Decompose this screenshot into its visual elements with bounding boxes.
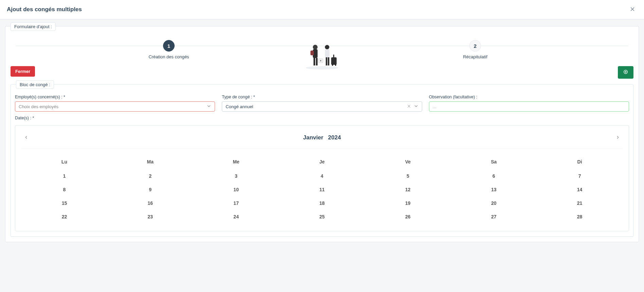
plus-circle-icon	[623, 70, 628, 75]
calendar-day[interactable]: 16	[107, 196, 193, 210]
svg-point-2	[306, 66, 338, 70]
svg-point-9	[320, 60, 321, 61]
calendar-day[interactable]: 19	[365, 196, 451, 210]
close-icon-button[interactable]	[628, 5, 637, 14]
calendar-day[interactable]: 22	[21, 210, 107, 223]
close-button[interactable]: Fermer	[11, 66, 35, 77]
calendar-day[interactable]: 5	[365, 169, 451, 183]
leave-type-label: Type de congé : *	[222, 95, 422, 99]
form-fieldset: Formulaire d'ajout : 1 Création des cong…	[5, 26, 639, 242]
calendar-day[interactable]: 25	[279, 210, 365, 223]
calendar-weekday: Lu	[21, 156, 107, 169]
observation-input[interactable]	[429, 101, 629, 112]
calendar-weekday: Ma	[107, 156, 193, 169]
step-1-label: Création des congés	[16, 54, 322, 59]
calendar-day[interactable]: 28	[537, 210, 623, 223]
calendar-day[interactable]: 10	[193, 183, 279, 196]
calendar-day[interactable]: 14	[537, 183, 623, 196]
calendar-weekday: Ve	[365, 156, 451, 169]
calendar-day[interactable]: 3	[193, 169, 279, 183]
close-icon	[630, 6, 635, 13]
calendar-month[interactable]: Janvier	[303, 134, 323, 141]
employees-select[interactable]: Choix des employés	[15, 101, 215, 112]
leave-block-legend: Bloc de congé :	[16, 80, 54, 89]
stepper: 1 Création des congés 2 Récapitulatif	[16, 40, 628, 59]
calendar-day[interactable]: 26	[365, 210, 451, 223]
calendar-weekday: Me	[193, 156, 279, 169]
calendar-day[interactable]: 2	[107, 169, 193, 183]
calendar-year[interactable]: 2024	[328, 134, 341, 141]
calendar-day[interactable]: 6	[451, 169, 537, 183]
step-2-label: Récapitulatif	[322, 54, 628, 59]
close-button-label: Fermer	[15, 69, 30, 74]
add-block-button[interactable]	[618, 66, 633, 79]
step-2[interactable]: 2 Récapitulatif	[322, 40, 628, 59]
form-legend: Formulaire d'ajout :	[11, 22, 56, 31]
page-body: Formulaire d'ajout : 1 Création des cong…	[0, 19, 644, 256]
calendar-day[interactable]: 8	[21, 183, 107, 196]
leave-block-fieldset: Bloc de congé : Employé(s) concerné(s) :…	[11, 84, 633, 237]
calendar-weekday: Sa	[451, 156, 537, 169]
dates-label: Date(s) : *	[15, 116, 215, 120]
calendar: Janvier 2024 LuMaMeJeVeSaDi1234567891011…	[15, 125, 629, 231]
chevron-down-icon	[207, 104, 211, 110]
leave-type-value: Congé annuel	[226, 104, 253, 109]
calendar-title: Janvier 2024	[31, 134, 613, 141]
calendar-day[interactable]: 17	[193, 196, 279, 210]
employees-placeholder: Choix des employés	[19, 104, 58, 109]
calendar-day[interactable]: 4	[279, 169, 365, 183]
calendar-next-button[interactable]	[613, 133, 623, 142]
calendar-day[interactable]: 20	[451, 196, 537, 210]
calendar-day[interactable]: 13	[451, 183, 537, 196]
calendar-weekday: Je	[279, 156, 365, 169]
calendar-grid: LuMaMeJeVeSaDi12345678910111213141516171…	[21, 156, 623, 223]
observation-label: Observation (facultative) :	[429, 95, 629, 99]
calendar-day[interactable]: 11	[279, 183, 365, 196]
clear-icon[interactable]	[407, 104, 411, 109]
chevron-down-icon	[414, 104, 418, 110]
calendar-day[interactable]: 27	[451, 210, 537, 223]
calendar-day[interactable]: 23	[107, 210, 193, 223]
calendar-header: Janvier 2024	[21, 130, 623, 149]
calendar-day[interactable]: 12	[365, 183, 451, 196]
modal-title: Ajout des congés multiples	[7, 6, 82, 13]
leave-type-select[interactable]: Congé annuel	[222, 101, 422, 112]
calendar-day[interactable]: 7	[537, 169, 623, 183]
action-row: Fermer	[11, 66, 633, 79]
calendar-day[interactable]: 21	[537, 196, 623, 210]
calendar-day[interactable]: 18	[279, 196, 365, 210]
modal-header: Ajout des congés multiples	[0, 0, 644, 19]
calendar-day[interactable]: 1	[21, 169, 107, 183]
chevron-right-icon	[615, 135, 620, 141]
calendar-prev-button[interactable]	[21, 133, 31, 142]
step-1-number: 1	[163, 40, 175, 52]
calendar-day[interactable]: 15	[21, 196, 107, 210]
step-2-number: 2	[469, 40, 481, 52]
svg-point-16	[332, 64, 333, 66]
calendar-day[interactable]: 9	[107, 183, 193, 196]
employees-label: Employé(s) concerné(s) : *	[15, 95, 215, 99]
svg-point-17	[335, 64, 336, 66]
step-1[interactable]: 1 Création des congés	[16, 40, 322, 59]
chevron-left-icon	[24, 135, 29, 141]
calendar-weekday: Di	[537, 156, 623, 169]
calendar-day[interactable]: 24	[193, 210, 279, 223]
